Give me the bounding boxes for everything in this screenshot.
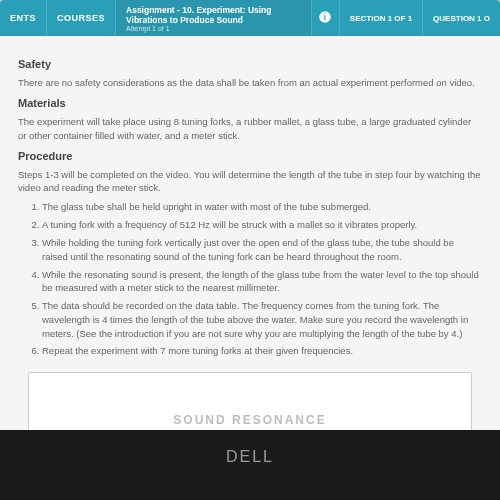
data-table-title: SOUND RESONANCE xyxy=(173,413,326,430)
assignment-header[interactable]: Assignment - 10. Experiment: Using Vibra… xyxy=(116,0,311,36)
laptop-bezel: DELL xyxy=(0,430,500,500)
svg-text:i: i xyxy=(324,13,326,22)
list-item: Repeat the experiment with 7 more tuning… xyxy=(42,344,482,358)
list-item: The glass tube shall be held upright in … xyxy=(42,200,482,214)
list-item: The data should be recorded on the data … xyxy=(42,299,482,340)
materials-text: The experiment will take place using 8 t… xyxy=(18,115,482,142)
procedure-heading: Procedure xyxy=(18,150,482,162)
list-item: While holding the tuning fork vertically… xyxy=(42,236,482,264)
procedure-intro: Steps 1-3 will be completed on the video… xyxy=(18,168,482,195)
section-indicator[interactable]: SECTION 1 of 1 xyxy=(339,0,422,36)
nav-courses[interactable]: COURSES xyxy=(47,0,116,36)
app-screen: ENTS COURSES Assignment - 10. Experiment… xyxy=(0,0,500,430)
question-indicator[interactable]: QUESTION 1 o xyxy=(422,0,500,36)
safety-text: There are no safety considerations as th… xyxy=(18,76,482,89)
procedure-steps: The glass tube shall be held upright in … xyxy=(18,200,482,358)
safety-heading: Safety xyxy=(18,58,482,70)
info-button[interactable]: i xyxy=(311,0,339,36)
assignment-title: Assignment - 10. Experiment: Using Vibra… xyxy=(126,5,301,25)
assignment-content: Safety There are no safety consideration… xyxy=(0,36,500,430)
info-icon: i xyxy=(318,10,332,26)
nav-assignments[interactable]: ENTS xyxy=(0,0,47,36)
device-brand: DELL xyxy=(226,448,274,466)
assignment-attempt: Attempt 1 of 1 xyxy=(126,25,301,32)
data-table-box: SOUND RESONANCE xyxy=(28,372,472,430)
list-item: A tuning fork with a frequency of 512 Hz… xyxy=(42,218,482,232)
list-item: While the resonating sound is present, t… xyxy=(42,268,482,296)
top-nav-bar: ENTS COURSES Assignment - 10. Experiment… xyxy=(0,0,500,36)
materials-heading: Materials xyxy=(18,97,482,109)
